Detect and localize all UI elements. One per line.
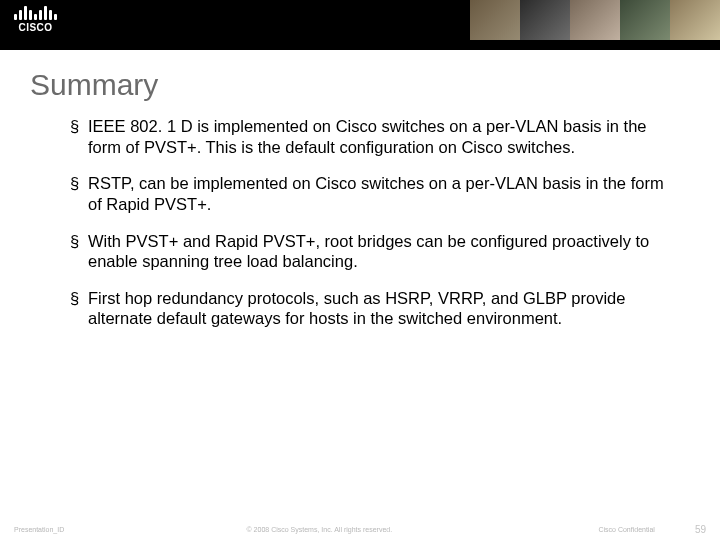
- presentation-id: Presentation_ID: [14, 526, 64, 533]
- header-photo: [470, 0, 520, 40]
- slide-footer: Presentation_ID © 2008 Cisco Systems, In…: [0, 518, 720, 540]
- header-photo: [520, 0, 570, 40]
- cisco-logo: CISCO: [14, 4, 57, 33]
- bullet-item: IEEE 802. 1 D is implemented on Cisco sw…: [70, 116, 680, 157]
- slide-body: IEEE 802. 1 D is implemented on Cisco sw…: [0, 116, 720, 329]
- header-photo-strip: [470, 0, 720, 40]
- cisco-logo-text: CISCO: [18, 22, 52, 33]
- page-number: 59: [695, 524, 706, 535]
- cisco-logo-bars-icon: [14, 4, 57, 20]
- header-photo: [670, 0, 720, 40]
- header-photo: [570, 0, 620, 40]
- bullet-item: RSTP, can be implemented on Cisco switch…: [70, 173, 680, 214]
- header-band: CISCO: [0, 0, 720, 50]
- copyright-text: © 2008 Cisco Systems, Inc. All rights re…: [64, 526, 574, 533]
- slide-title: Summary: [0, 50, 720, 116]
- confidential-label: Cisco Confidential: [598, 526, 654, 533]
- bullet-item: With PVST+ and Rapid PVST+, root bridges…: [70, 231, 680, 272]
- bullet-item: First hop redundancy protocols, such as …: [70, 288, 680, 329]
- header-photo: [620, 0, 670, 40]
